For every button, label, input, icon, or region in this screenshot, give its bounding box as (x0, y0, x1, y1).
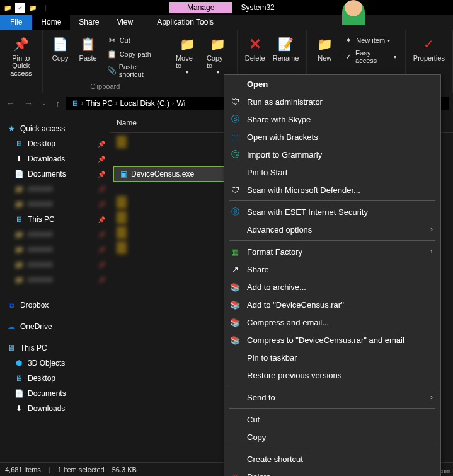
pin-quick-access-button[interactable]: 📌 Pin to Quick access (4, 33, 38, 78)
ctx-add-archive[interactable]: 📚Add to archive... (224, 278, 440, 296)
breadcrumb-localdisk[interactable]: Local Disk (C:) (120, 99, 169, 108)
copy-icon: 📄 (50, 34, 71, 54)
paste-shortcut-button[interactable]: 📎Paste shortcut (105, 62, 161, 79)
path-icon: 📋 (107, 49, 117, 59)
pin-icon: 📌 (98, 216, 105, 223)
properties-button[interactable]: ✓ Properties (410, 33, 449, 63)
ctx-open-brackets[interactable]: ⬚Open with Brackets (224, 128, 440, 146)
sidebar-downloads[interactable]: ⬇Downloads📌 (0, 151, 110, 166)
sidebar-dropbox[interactable]: ⧉Dropbox (0, 298, 110, 313)
sidebar-documents2[interactable]: 📄Documents (0, 386, 110, 401)
menu-share[interactable]: Share (70, 15, 108, 30)
breadcrumb-thispc[interactable]: This PC (86, 99, 113, 108)
downloads-icon: ⬇ (14, 154, 24, 164)
status-selected: 1 item selected (58, 466, 105, 473)
sidebar-desktop2[interactable]: 🖥Desktop (0, 371, 110, 386)
move-to-button[interactable]: 📁 Move to▾ (172, 33, 203, 76)
delete-x-icon: ✕ (245, 34, 265, 54)
ctx-defender[interactable]: 🛡Scan with Microsoft Defender... (224, 181, 440, 199)
winrar-icon: 📚 (229, 334, 241, 345)
checkbox-icon[interactable]: ✓ (15, 3, 25, 13)
ctx-add-rar[interactable]: 📚Add to "DeviceCensus.rar" (224, 296, 440, 313)
copy-to-button[interactable]: 📁 Copy to▾ (203, 33, 233, 76)
pc-icon: 🖥 (6, 343, 16, 353)
separator (229, 386, 435, 386)
sidebar-thispc[interactable]: 🖥This PC (0, 340, 110, 356)
back-button[interactable]: ← (4, 98, 18, 108)
sidebar-onedrive[interactable]: ☁OneDrive (0, 319, 110, 334)
rename-icon: 📝 (276, 34, 296, 54)
cloud-icon: ☁ (6, 322, 16, 332)
ctx-restore-previous[interactable]: Restore previous versions (224, 366, 440, 384)
winrar-icon: 📚 (229, 281, 241, 293)
sidebar-3d-objects[interactable]: ⬢3D Objects (0, 356, 110, 371)
mascot-image (342, 0, 365, 25)
documents-icon: 📄 (14, 169, 24, 179)
sidebar-downloads2[interactable]: ⬇Downloads (0, 401, 110, 416)
manage-tab[interactable]: Manage (169, 2, 232, 13)
delete-button[interactable]: ✕ Delete (241, 33, 269, 63)
new-button[interactable]: 📁 New (311, 33, 338, 67)
sidebar-desktop[interactable]: 🖥Desktop📌 (0, 136, 110, 151)
forward-button[interactable]: → (21, 98, 35, 108)
desktop-icon: 🖥 (14, 139, 24, 149)
easy-access-button[interactable]: ✓Easy access▾ (341, 48, 399, 66)
ctx-copy[interactable]: Copy (224, 428, 440, 446)
paste-button[interactable]: 📋 Paste (74, 33, 102, 81)
divider: | (49, 466, 50, 473)
sidebar-quick-access[interactable]: ★Quick access (0, 121, 110, 136)
sidebar-documents[interactable]: 📄Documents📌 (0, 166, 110, 182)
ctx-advanced[interactable]: Advanced options› (224, 221, 440, 238)
ctx-share-skype[interactable]: ⓈShare with Skype (224, 110, 440, 128)
sidebar-blurred-item[interactable]: 📁######📌 (0, 182, 110, 197)
ctx-pin-start[interactable]: Pin to Start (224, 163, 440, 181)
ctx-grammarly[interactable]: ⒼImport to Grammarly (224, 146, 440, 163)
pc-icon: 🖥 (71, 99, 79, 108)
menu-application-tools[interactable]: Application Tools (148, 15, 222, 30)
cut-button[interactable]: ✂Cut (105, 34, 161, 47)
ctx-send-to[interactable]: Send to› (224, 388, 440, 406)
cube-icon: ⬢ (14, 358, 24, 368)
sidebar-blurred-item[interactable]: 📁######📌 (0, 227, 110, 242)
pc-icon: 🖥 (14, 214, 24, 224)
paste-icon: 📋 (78, 34, 98, 54)
ctx-format-factory[interactable]: ▦Format Factory› (224, 243, 440, 260)
sidebar-blurred-item[interactable]: 📁######📌 (0, 272, 110, 287)
easyaccess-icon: ✓ (343, 52, 353, 62)
ctx-open[interactable]: Open (224, 75, 440, 93)
ctx-compress-email[interactable]: 📚Compress and email... (224, 313, 440, 331)
ctx-pin-taskbar[interactable]: Pin to taskbar (224, 349, 440, 366)
menu-home[interactable]: Home (32, 15, 70, 30)
sidebar-thispc-pinned[interactable]: 🖥This PC📌 (0, 212, 110, 227)
ctx-eset[interactable]: ⓔScan with ESET Internet Security (224, 203, 440, 221)
titlebar: 📁 ✓ 📁 | Manage System32 (0, 0, 453, 15)
ctx-create-shortcut[interactable]: Create shortcut (224, 450, 440, 468)
chevron-right-icon: › (81, 100, 83, 107)
breadcrumb-windows[interactable]: Wi (176, 99, 185, 108)
ctx-compress-rar-email[interactable]: 📚Compress to "DeviceCensus.rar" and emai… (224, 331, 440, 349)
ctx-run-as-admin[interactable]: 🛡Run as administrator (224, 93, 440, 110)
rename-button[interactable]: 📝 Rename (269, 33, 303, 63)
sidebar-blurred-item[interactable]: 📁######📌 (0, 197, 110, 212)
sidebar-blurred-item[interactable]: 📁######📌 (0, 242, 110, 257)
copy-button[interactable]: 📄 Copy (47, 33, 74, 81)
menu-view[interactable]: View (108, 15, 142, 30)
up-button[interactable]: ↑ (53, 98, 62, 108)
separator (229, 448, 435, 448)
menubar: File Home Share View Application Tools (0, 15, 453, 30)
menu-file[interactable]: File (0, 15, 32, 30)
chevron-right-icon: › (115, 100, 117, 107)
recent-dropdown[interactable]: ⌄ (39, 100, 49, 107)
separator (229, 408, 435, 409)
new-item-button[interactable]: ✦New item▾ (341, 34, 399, 47)
formatfactory-icon: ▦ (229, 246, 241, 257)
ctx-delete[interactable]: ✕Delete (224, 468, 440, 476)
copy-path-button[interactable]: 📋Copy path (105, 48, 161, 61)
documents-icon: 📄 (14, 388, 24, 398)
file-row-selected[interactable]: ▣ DeviceCensus.exe (113, 166, 226, 182)
ctx-share[interactable]: ↗Share (224, 260, 440, 278)
status-item-count: 4,681 items (5, 466, 41, 473)
sidebar-blurred-item[interactable]: 📁######📌 (0, 257, 110, 272)
properties-icon: ✓ (419, 34, 439, 54)
ctx-cut[interactable]: Cut (224, 410, 440, 428)
